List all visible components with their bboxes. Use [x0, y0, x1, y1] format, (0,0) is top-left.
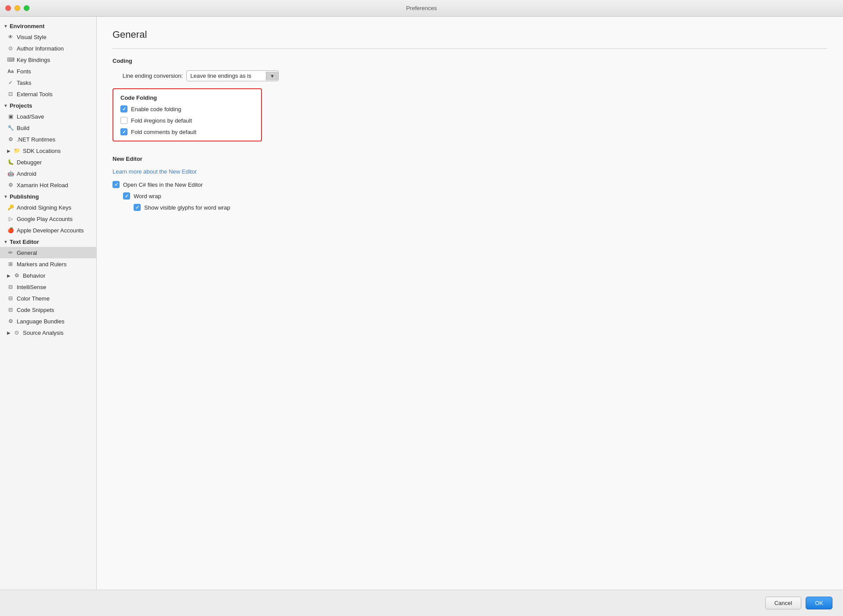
title-divider — [113, 48, 827, 49]
close-button[interactable] — [5, 5, 11, 11]
sidebar-item-visual-style[interactable]: 👁 Visual Style — [0, 31, 96, 43]
show-visible-glyphs-row[interactable]: Show visible glyphs for word wrap — [134, 204, 827, 211]
fold-comments-checkbox[interactable] — [120, 128, 127, 135]
bottom-bar: Cancel OK — [0, 590, 843, 616]
sidebar-item-tasks[interactable]: ✓ Tasks — [0, 77, 96, 88]
fonts-icon: Aa — [7, 68, 14, 75]
sidebar-item-external-tools[interactable]: ⊡ External Tools — [0, 88, 96, 100]
sidebar-label-apple-developer-accounts: Apple Developer Accounts — [17, 227, 84, 234]
sidebar-label-color-theme: Color Theme — [17, 295, 50, 302]
sidebar-item-markers-and-rulers[interactable]: ⊞ Markers and Rulers — [0, 258, 96, 270]
chevron-down-icon: ▼ — [4, 239, 8, 244]
intellisense-icon: ⊟ — [7, 283, 14, 290]
show-visible-glyphs-checkbox[interactable] — [134, 204, 141, 211]
code-folding-box: Code Folding Enable code folding Fold #r… — [113, 88, 262, 141]
word-wrap-text: Word wrap — [134, 193, 161, 199]
sidebar-section-environment[interactable]: ▼ Environment — [0, 20, 96, 31]
external-tools-icon: ⊡ — [7, 91, 14, 98]
sidebar-item-behavior[interactable]: ▶ ⚙ Behavior — [0, 270, 96, 281]
ok-button[interactable]: OK — [806, 597, 832, 609]
sidebar-item-source-analysis[interactable]: ▶ ⊙ Source Analysis — [0, 327, 96, 338]
enable-code-folding-checkbox[interactable] — [120, 105, 127, 112]
sidebar-label-build: Build — [17, 125, 29, 131]
android-icon: 🤖 — [7, 170, 14, 177]
sidebar-item-apple-developer-accounts[interactable]: 🍎 Apple Developer Accounts — [0, 225, 96, 236]
new-editor-label: New Editor — [113, 156, 827, 162]
google-play-icon: ▷ — [7, 215, 14, 222]
enable-code-folding-text: Enable code folding — [131, 106, 181, 112]
sidebar-item-build[interactable]: 🔧 Build — [0, 122, 96, 134]
line-ending-label: Line ending conversion: — [113, 72, 183, 79]
sidebar-label-debugger: Debugger — [17, 159, 42, 166]
sidebar-section-projects[interactable]: ▼ Projects — [0, 100, 96, 111]
sidebar-item-fonts[interactable]: Aa Fonts — [0, 65, 96, 77]
cancel-button[interactable]: Cancel — [765, 597, 801, 609]
markers-icon: ⊞ — [7, 261, 14, 268]
environment-section-label: Environment — [10, 23, 44, 29]
code-folding-label: Code Folding — [120, 94, 254, 101]
enable-code-folding-row[interactable]: Enable code folding — [120, 105, 254, 112]
sidebar-label-google-play-accounts: Google Play Accounts — [17, 216, 73, 222]
sidebar-item-dotnet-runtimes[interactable]: ⚙ .NET Runtimes — [0, 134, 96, 145]
sidebar-item-intellisense[interactable]: ⊟ IntelliSense — [0, 281, 96, 293]
sidebar-item-general[interactable]: ✏ General — [0, 247, 96, 258]
open-csharp-text: Open C# files in the New Editor — [123, 181, 203, 188]
page-title: General — [113, 29, 827, 40]
fold-comments-row[interactable]: Fold comments by default — [120, 128, 254, 135]
window-title: Preferences — [406, 5, 437, 11]
eye-icon: 👁 — [7, 33, 14, 40]
sidebar-item-android[interactable]: 🤖 Android — [0, 168, 96, 179]
line-ending-select[interactable]: Leave line endings as is Convert to Unix… — [187, 71, 266, 81]
build-icon: 🔧 — [7, 124, 14, 131]
text-editor-children: ✏ General ⊞ Markers and Rulers ▶ ⚙ Behav… — [0, 247, 96, 338]
sidebar-label-android: Android — [17, 170, 36, 177]
publishing-children: 🔑 Android Signing Keys ▷ Google Play Acc… — [0, 202, 96, 236]
learn-more-link[interactable]: Learn more about the New Editor — [113, 168, 197, 175]
line-ending-row: Line ending conversion: Leave line endin… — [113, 70, 827, 81]
word-wrap-checkbox[interactable] — [123, 192, 130, 199]
sidebar-label-author-information: Author Information — [17, 45, 64, 52]
tasks-icon: ✓ — [7, 79, 14, 86]
new-editor-section: New Editor Learn more about the New Edit… — [113, 156, 827, 211]
sidebar-item-color-theme[interactable]: ⊟ Color Theme — [0, 293, 96, 304]
sidebar-label-general: General — [17, 250, 37, 256]
chevron-right-icon: ▶ — [7, 273, 11, 278]
chevron-down-icon: ▼ — [4, 103, 8, 108]
sidebar-label-load-save: Load/Save — [17, 113, 44, 120]
main-container: ▼ Environment 👁 Visual Style ⊙ Author In… — [0, 17, 843, 590]
sidebar-item-xamarin-hot-reload[interactable]: ⚙ Xamarin Hot Reload — [0, 179, 96, 191]
sidebar-label-key-bindings: Key Bindings — [17, 57, 50, 63]
fold-regions-checkbox[interactable] — [120, 117, 127, 124]
sidebar-item-sdk-locations[interactable]: ▶ 📁 SDK Locations — [0, 145, 96, 156]
fold-regions-row[interactable]: Fold #regions by default — [120, 117, 254, 124]
line-ending-select-wrapper[interactable]: Leave line endings as is Convert to Unix… — [186, 70, 279, 81]
minimize-button[interactable] — [15, 5, 20, 11]
open-csharp-row[interactable]: Open C# files in the New Editor — [113, 181, 827, 188]
sidebar-item-google-play-accounts[interactable]: ▷ Google Play Accounts — [0, 213, 96, 225]
open-csharp-checkbox[interactable] — [113, 181, 120, 188]
sidebar-item-debugger[interactable]: 🐛 Debugger — [0, 156, 96, 168]
sidebar-section-text-editor[interactable]: ▼ Text Editor — [0, 236, 96, 247]
sidebar-label-xamarin-hot-reload: Xamarin Hot Reload — [17, 182, 68, 188]
sidebar-label-code-snippets: Code Snippets — [17, 307, 54, 313]
sidebar-item-key-bindings[interactable]: ⌨ Key Bindings — [0, 54, 96, 65]
sidebar-item-language-bundles[interactable]: ⚙ Language Bundles — [0, 315, 96, 327]
coding-section-label: Coding — [113, 58, 827, 64]
dotnet-icon: ⚙ — [7, 136, 14, 143]
sidebar-label-tasks: Tasks — [17, 80, 31, 86]
sidebar-item-code-snippets[interactable]: ⊟ Code Snippets — [0, 304, 96, 315]
sdk-icon: 📁 — [13, 147, 20, 154]
environment-children: 👁 Visual Style ⊙ Author Information ⌨ Ke… — [0, 31, 96, 100]
sidebar-item-author-information[interactable]: ⊙ Author Information — [0, 43, 96, 54]
sidebar-label-intellisense: IntelliSense — [17, 284, 46, 290]
sidebar-section-publishing[interactable]: ▼ Publishing — [0, 191, 96, 202]
sidebar-item-load-save[interactable]: ▣ Load/Save — [0, 111, 96, 122]
sidebar-item-android-signing-keys[interactable]: 🔑 Android Signing Keys — [0, 202, 96, 213]
projects-section-label: Projects — [10, 102, 32, 109]
apple-icon: 🍎 — [7, 227, 14, 234]
chevron-down-icon: ▼ — [4, 194, 8, 199]
sidebar-label-fonts: Fonts — [17, 68, 31, 75]
word-wrap-row[interactable]: Word wrap — [123, 192, 827, 199]
keybindings-icon: ⌨ — [7, 56, 14, 63]
maximize-button[interactable] — [24, 5, 29, 11]
